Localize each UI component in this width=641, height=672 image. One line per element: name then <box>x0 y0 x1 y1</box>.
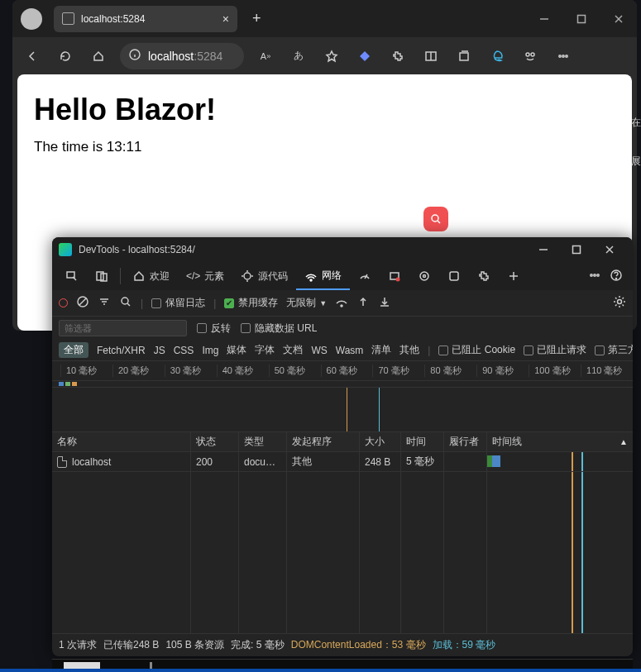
network-timeline-ruler[interactable]: 10 毫秒20 毫秒30 毫秒40 毫秒50 毫秒60 毫秒70 毫秒80 毫秒… <box>52 361 633 381</box>
devtools-more-icon[interactable] <box>588 269 601 284</box>
devtools-minimize-button[interactable] <box>527 238 560 261</box>
export-har-icon[interactable] <box>378 295 391 311</box>
page-heading: Hello Blazor! <box>34 93 615 127</box>
refresh-button[interactable] <box>50 41 80 71</box>
extension-icon-2[interactable] <box>515 41 545 71</box>
tab-welcome[interactable]: 欢迎 <box>124 262 178 290</box>
network-table-header[interactable]: 名称 状态 类型 发起程序 大小 时间 履行者 时间线▲ <box>52 432 633 452</box>
import-har-icon[interactable] <box>356 295 370 311</box>
col-waterfall[interactable]: 时间线▲ <box>487 432 633 451</box>
type-manifest[interactable]: 清单 <box>371 343 391 357</box>
svg-rect-38 <box>450 272 458 280</box>
type-ws[interactable]: WS <box>311 345 327 356</box>
type-other[interactable]: 其他 <box>399 343 419 357</box>
blocked-requests-checkbox[interactable]: 已阻止请求 <box>524 343 586 357</box>
search-icon[interactable] <box>119 295 132 311</box>
filter-toggle-icon[interactable] <box>98 295 111 311</box>
more-menu-icon[interactable] <box>548 41 578 71</box>
sidebar-icon[interactable] <box>416 41 446 71</box>
floating-search-button[interactable] <box>423 207 448 231</box>
svg-point-51 <box>122 298 128 304</box>
translate-icon[interactable]: あ <box>284 41 313 71</box>
type-fetch[interactable]: Fetch/XHR <box>97 345 146 356</box>
tab-sources[interactable]: 源代码 <box>232 262 296 290</box>
status-load: 加载：59 毫秒 <box>433 638 496 652</box>
tab-extensions[interactable] <box>469 262 499 290</box>
tab-close-icon[interactable]: × <box>222 12 229 26</box>
svg-point-32 <box>310 279 312 281</box>
type-wasm[interactable]: Wasm <box>336 345 364 356</box>
col-size[interactable]: 大小 <box>360 432 401 451</box>
back-button[interactable] <box>17 41 47 71</box>
address-port: :5284 <box>194 50 222 63</box>
timeline-tick: 100 毫秒 <box>529 365 581 377</box>
devtools-close-button[interactable] <box>593 238 626 261</box>
inspect-element-icon[interactable] <box>57 262 87 290</box>
filter-input[interactable] <box>59 320 187 336</box>
col-type[interactable]: 类型 <box>239 432 287 451</box>
hide-data-urls-checkbox[interactable]: 隐藏数据 URL <box>241 322 317 336</box>
tab-detached[interactable] <box>439 262 469 290</box>
favorites-icon[interactable] <box>317 41 347 71</box>
close-button[interactable] <box>600 0 637 37</box>
col-time[interactable]: 时间 <box>401 432 444 451</box>
browser-tab[interactable]: localhost:5284 × <box>54 6 237 32</box>
site-info-icon[interactable] <box>128 48 141 64</box>
col-status[interactable]: 状态 <box>191 432 239 451</box>
network-table-body <box>52 472 633 633</box>
tab-performance[interactable] <box>350 262 380 290</box>
type-doc[interactable]: 文档 <box>283 343 303 357</box>
col-fulfilled[interactable]: 履行者 <box>444 432 487 451</box>
type-font[interactable]: 字体 <box>255 343 275 357</box>
timeline-tick: 70 毫秒 <box>372 365 424 377</box>
row-waterfall <box>487 452 633 471</box>
tab-network[interactable]: 网络 <box>296 262 350 290</box>
tab-application[interactable] <box>409 262 439 290</box>
devtools-help-icon[interactable] <box>610 269 623 284</box>
address-bar[interactable]: localhost:5284 <box>120 43 244 69</box>
new-tab-button[interactable]: + <box>246 7 268 31</box>
tab-elements[interactable]: </>元素 <box>178 262 232 290</box>
device-toolbar-icon[interactable] <box>87 262 117 290</box>
background-window-sliver: 在展 <box>631 116 641 215</box>
network-conditions-icon[interactable] <box>335 295 348 311</box>
address-host: localhost <box>148 50 194 63</box>
type-css[interactable]: CSS <box>174 345 194 356</box>
disable-cache-checkbox[interactable]: ✔禁用缓存 <box>224 296 278 310</box>
throttling-dropdown[interactable]: 无限制▼ <box>286 296 327 310</box>
ie-mode-icon[interactable] <box>482 41 512 71</box>
minimize-button[interactable] <box>525 0 562 37</box>
svg-point-14 <box>531 53 534 56</box>
network-table-row[interactable]: localhost 200 docu… 其他 248 B 5 毫秒 <box>52 452 633 472</box>
browser-titlebar[interactable]: localhost:5284 × + <box>12 0 637 37</box>
blocked-cookies-checkbox[interactable]: 已阻止 Cookie <box>438 343 515 357</box>
timeline-tick: 50 毫秒 <box>269 365 321 377</box>
collections-icon[interactable] <box>449 41 479 71</box>
type-js[interactable]: JS <box>154 345 165 356</box>
devtools-titlebar[interactable]: DevTools - localhost:5284/ <box>52 237 633 262</box>
record-button[interactable] <box>59 298 68 307</box>
svg-point-13 <box>526 53 529 56</box>
tab-add[interactable] <box>499 262 529 290</box>
devtools-maximize-button[interactable] <box>560 238 593 261</box>
col-name[interactable]: 名称 <box>52 432 191 451</box>
svg-point-42 <box>594 274 596 275</box>
col-initiator[interactable]: 发起程序 <box>287 432 360 451</box>
home-button[interactable] <box>84 41 113 71</box>
network-toolbar: | 保留日志 | ✔禁用缓存 无限制▼ <box>52 290 633 317</box>
network-timeline-overview[interactable] <box>52 381 633 388</box>
read-aloud-icon[interactable]: A» <box>251 41 280 71</box>
extensions-icon[interactable] <box>383 41 413 71</box>
network-settings-icon[interactable] <box>613 295 626 311</box>
type-media[interactable]: 媒体 <box>227 343 246 357</box>
type-all[interactable]: 全部 <box>59 342 88 358</box>
third-party-checkbox[interactable]: 第三方请求 <box>595 343 633 357</box>
extension-icon-1[interactable] <box>350 41 380 71</box>
type-img[interactable]: Img <box>202 345 218 356</box>
preserve-log-checkbox[interactable]: 保留日志 <box>151 296 205 310</box>
maximize-button[interactable] <box>562 0 600 37</box>
clear-button[interactable] <box>76 295 89 311</box>
profile-avatar[interactable] <box>21 8 42 30</box>
invert-checkbox[interactable]: 反转 <box>197 322 231 336</box>
tab-memory[interactable] <box>380 262 409 290</box>
